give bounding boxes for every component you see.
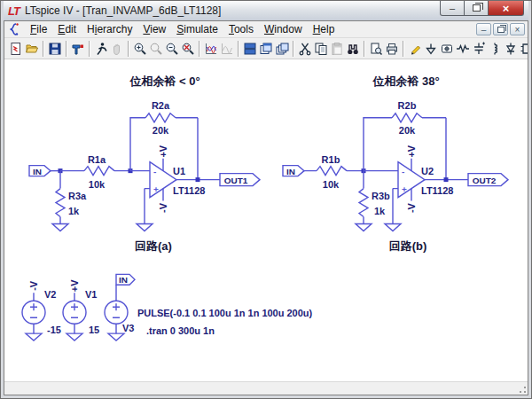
opamp-U2[interactable]: - + U2 LT1128 +V -V bbox=[364, 145, 453, 213]
vsource-V3[interactable]: IN V3 bbox=[105, 274, 135, 333]
opamp-model: LT1128 bbox=[173, 185, 205, 196]
ground-symbol[interactable] bbox=[356, 223, 372, 231]
draw-wire-icon[interactable] bbox=[407, 40, 423, 58]
cut-icon[interactable] bbox=[297, 40, 313, 58]
mdi-restore-button[interactable] bbox=[493, 23, 508, 35]
place-component-icon[interactable] bbox=[519, 40, 528, 58]
control-panel-icon[interactable] bbox=[70, 40, 86, 58]
mdi-close-button[interactable]: × bbox=[510, 23, 525, 35]
resistor-R3b[interactable]: R3b 1k bbox=[359, 171, 390, 224]
svg-text:V2: V2 bbox=[44, 289, 56, 300]
mdi-controls: – × bbox=[476, 23, 525, 35]
resistor-R3a[interactable]: R3a 1k bbox=[56, 171, 87, 224]
ground-symbol[interactable] bbox=[52, 223, 68, 231]
schematic-canvas[interactable]: 位相余裕 < 0° 回路(a) IN R1a 10k bbox=[4, 59, 528, 381]
menu-file[interactable]: File bbox=[25, 21, 52, 37]
zoom-out-icon[interactable] bbox=[164, 40, 180, 58]
vminus-flag: -V bbox=[406, 202, 417, 213]
net-flag-in-a[interactable]: IN bbox=[29, 166, 51, 176]
zoom-full-extents-icon[interactable] bbox=[180, 40, 196, 58]
resistor-R1a[interactable]: R1a 10k bbox=[60, 154, 130, 190]
maximize-button[interactable] bbox=[465, 1, 489, 16]
save-icon[interactable] bbox=[47, 40, 63, 58]
caption-phase-margin-a: 位相余裕 < 0° bbox=[129, 74, 200, 88]
copy-icon[interactable] bbox=[313, 40, 329, 58]
ground-symbol[interactable] bbox=[108, 333, 124, 340]
tran-directive[interactable]: .tran 0 300u 1n bbox=[146, 325, 215, 336]
vminus-flag: -V bbox=[158, 202, 168, 213]
svg-text:1k: 1k bbox=[68, 206, 80, 216]
place-ground-icon[interactable] bbox=[423, 40, 439, 58]
place-resistor-icon[interactable] bbox=[455, 40, 471, 58]
window-title: LTspice IV - [Tran_INVAMP_6dB_LT1128] bbox=[25, 4, 221, 17]
print-preview-icon[interactable] bbox=[368, 40, 384, 58]
open-file-icon[interactable] bbox=[24, 40, 40, 58]
menu-view[interactable]: View bbox=[137, 21, 171, 37]
mdi-minimize-button[interactable]: – bbox=[476, 23, 491, 35]
svg-text:-: - bbox=[153, 167, 156, 176]
ground-symbol[interactable] bbox=[66, 333, 82, 340]
toolbar-separator bbox=[128, 41, 129, 57]
zoom-in-icon[interactable] bbox=[132, 40, 148, 58]
svg-text:R2a: R2a bbox=[152, 100, 170, 111]
svg-text:IN: IN bbox=[119, 275, 128, 285]
resistor-R1b[interactable]: R1b 10k bbox=[304, 154, 364, 190]
svg-text:R1b: R1b bbox=[322, 154, 340, 165]
svg-text:1k: 1k bbox=[374, 206, 386, 216]
menu-window[interactable]: Window bbox=[259, 21, 308, 37]
menu-edit[interactable]: Edit bbox=[52, 21, 82, 37]
caption-circuit-a: 回路(a) bbox=[135, 239, 172, 253]
close-button[interactable]: × bbox=[489, 1, 524, 16]
find-icon[interactable] bbox=[345, 40, 361, 58]
net-flag-in-v3[interactable]: IN bbox=[116, 274, 135, 285]
zoom-back-icon bbox=[148, 40, 164, 58]
net-flag-out2[interactable]: OUT2 bbox=[468, 174, 508, 186]
tile-windows-icon[interactable] bbox=[242, 40, 258, 58]
svg-text:10k: 10k bbox=[89, 179, 106, 190]
svg-text:-: - bbox=[402, 167, 404, 176]
svg-text:R3a: R3a bbox=[68, 191, 87, 201]
net-flag-in-b[interactable]: IN bbox=[283, 166, 304, 176]
pulse-directive[interactable]: PULSE(-0.1 0.1 100u 1n 1n 100u 200u) bbox=[137, 308, 313, 318]
print-icon[interactable] bbox=[384, 40, 400, 58]
vsource-V1[interactable]: +V V1 15 bbox=[63, 279, 99, 335]
menu-simulate[interactable]: Simulate bbox=[171, 21, 223, 37]
vsource-V2[interactable]: -V V2 -15 bbox=[22, 280, 61, 335]
junction bbox=[196, 177, 200, 182]
vplus-flag: +V bbox=[406, 145, 417, 157]
plot-settings-icon bbox=[219, 40, 235, 58]
menu-help[interactable]: Help bbox=[308, 21, 340, 37]
svg-text:10k: 10k bbox=[323, 179, 340, 190]
opamp-name: U2 bbox=[421, 166, 434, 176]
vplus-flag: +V bbox=[69, 279, 80, 292]
svg-text:OUT2: OUT2 bbox=[473, 176, 497, 185]
cascade-windows-icon[interactable] bbox=[258, 40, 274, 58]
ground-symbol[interactable] bbox=[26, 333, 42, 340]
place-inductor-icon[interactable] bbox=[487, 40, 503, 58]
run-simulation-icon[interactable] bbox=[93, 40, 109, 58]
net-flag-out1[interactable]: OUT1 bbox=[220, 174, 260, 186]
place-capacitor-icon[interactable] bbox=[471, 40, 487, 58]
minimize-button[interactable]: – bbox=[440, 1, 465, 16]
svg-text:IN: IN bbox=[286, 167, 295, 176]
vminus-flag: -V bbox=[28, 280, 39, 291]
junction bbox=[444, 177, 449, 182]
menu-hierarchy[interactable]: Hierarchy bbox=[82, 21, 137, 37]
ground-symbol[interactable] bbox=[385, 223, 401, 231]
resistor-R2a[interactable]: R2a 20k bbox=[130, 100, 198, 180]
autorange-y-axis-icon[interactable] bbox=[203, 40, 219, 58]
svg-text:IN: IN bbox=[33, 167, 42, 176]
ground-symbol[interactable] bbox=[137, 223, 153, 231]
arrange-icons-icon[interactable] bbox=[274, 40, 290, 58]
svg-text:V3: V3 bbox=[122, 323, 134, 333]
new-schematic-icon[interactable] bbox=[8, 40, 24, 58]
label-net-icon[interactable] bbox=[439, 40, 455, 58]
svg-text:-15: -15 bbox=[47, 325, 61, 335]
opamp-U1[interactable]: - + U1 LT1128 +V -V bbox=[130, 145, 205, 213]
menu-tools[interactable]: Tools bbox=[223, 21, 259, 37]
lt-logo-icon: LT bbox=[8, 4, 20, 18]
resize-grip[interactable] bbox=[516, 383, 527, 394]
title-bar: LT LTspice IV - [Tran_INVAMP_6dB_LT1128]… bbox=[4, 1, 528, 20]
schematic-doc-icon bbox=[7, 22, 21, 36]
place-diode-icon[interactable] bbox=[503, 40, 519, 58]
